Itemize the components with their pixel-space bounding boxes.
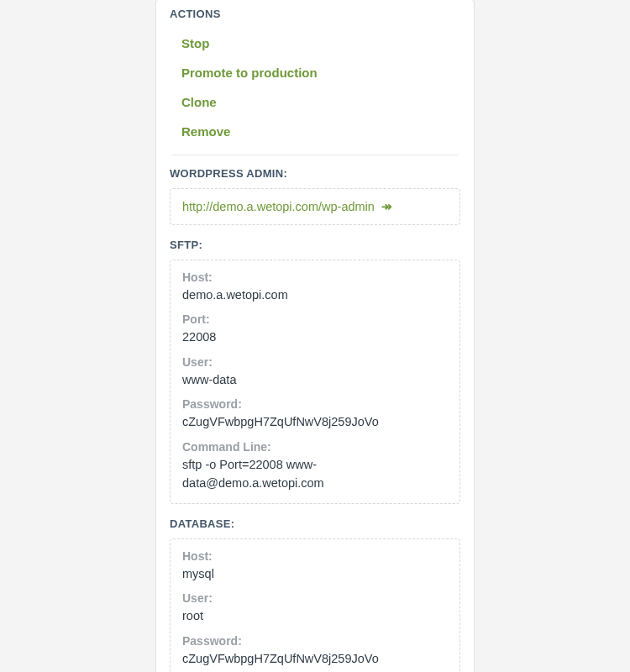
db-password-label: Password: [182,634,448,648]
wp-admin-link[interactable]: http://demo.a.wetopi.com/wp-admin ↠ [182,200,392,213]
actions-header: ACTIONS [170,8,460,20]
sftp-user-label: User: [182,355,448,369]
action-remove[interactable]: Remove [181,117,460,146]
wp-admin-box: http://demo.a.wetopi.com/wp-admin ↠ [170,188,460,225]
divider [171,155,459,155]
database-header: DATABASE: [170,517,460,530]
db-password-value: cZugVFwbpgH7ZqUfNwV8j259JoVo [182,649,448,668]
sftp-host-value: demo.a.wetopi.com [182,286,448,304]
action-clone[interactable]: Clone [181,87,460,117]
sftp-host-label: Host: [182,270,448,284]
db-host-label: Host: [182,549,448,563]
sftp-port-label: Port: [182,312,448,326]
sftp-cmd-label: Command Line: [182,440,448,454]
sftp-password-label: Password: [182,397,448,411]
info-card: ACTIONS Stop Promote to production Clone… [155,0,475,672]
sftp-port-value: 22008 [182,328,448,346]
sftp-user-value: www-data [182,370,448,389]
sftp-header: SFTP: [170,239,460,251]
sftp-cmd-value: sftp -o Port=22008 www-data@demo.a.wetop… [182,455,448,493]
action-stop[interactable]: Stop [181,29,460,58]
sftp-box: Host: demo.a.wetopi.com Port: 22008 User… [170,260,460,504]
wp-admin-header: WORDPRESS ADMIN: [170,167,460,180]
db-user-value: root [182,606,448,625]
actions-list: Stop Promote to production Clone Remove [170,29,460,146]
db-host-value: mysql [182,564,448,583]
external-link-icon: ↠ [378,200,392,213]
action-promote[interactable]: Promote to production [181,58,460,87]
sftp-password-value: cZugVFwbpgH7ZqUfNwV8j259JoVo [182,412,448,431]
wp-admin-url: http://demo.a.wetopi.com/wp-admin [182,200,375,213]
db-user-label: User: [182,591,448,605]
database-box: Host: mysql User: root Password: cZugVFw… [170,538,460,672]
